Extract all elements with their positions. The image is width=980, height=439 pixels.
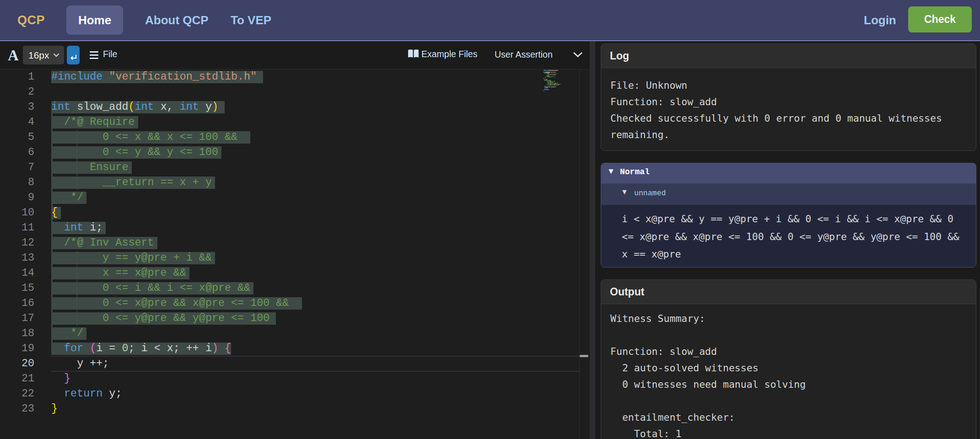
line-number: 22 xyxy=(0,386,34,402)
nav-item-home[interactable]: Home xyxy=(66,5,123,35)
code-line: 0 <= i && i <= x@pre && xyxy=(51,281,250,296)
font-size-value: 16px xyxy=(28,50,49,60)
collapse-triangle-icon: ▼ xyxy=(621,188,628,196)
witness-condition-text: i < x@pre && y == y@pre + i && 0 <= i &&… xyxy=(601,205,976,268)
line-number: 9 xyxy=(0,190,34,205)
unnamed-witness-row[interactable]: ▼ unnamed xyxy=(601,183,976,205)
line-number: 6 xyxy=(0,145,34,160)
editor-pane: A 16px File Example Files User Assertion xyxy=(0,41,589,439)
line-number: 15 xyxy=(0,281,34,296)
code-line: int slow_add(int x, int y) xyxy=(51,100,218,115)
log-card: Log File: Unknown Function: slow_add Che… xyxy=(601,43,976,151)
code-line: } xyxy=(51,402,58,417)
normal-section-header[interactable]: ▼ Normal xyxy=(601,163,976,183)
code-line: int i; xyxy=(51,220,102,236)
overview-ruler-border xyxy=(579,70,580,439)
output-card-text: Witness Summary: Function: slow_add 2 au… xyxy=(601,304,976,439)
code-line: __return == x + y xyxy=(51,175,212,190)
line-number: 13 xyxy=(0,251,34,266)
file-menu[interactable]: File xyxy=(90,47,98,64)
code-line: 0 <= y && y <= 100 xyxy=(51,145,218,160)
hamburger-icon xyxy=(90,51,98,61)
code-line: for (i = 0; i < x; ++ i) { xyxy=(51,341,231,356)
code-line: { xyxy=(51,205,58,220)
code-line: 0 <= y@pre && y@pre <= 100 xyxy=(51,311,269,326)
user-assertion-dropdown[interactable]: User Assertion xyxy=(495,49,553,60)
code-line: */ xyxy=(51,190,83,205)
minimap[interactable] xyxy=(544,70,579,96)
output-card: Output Witness Summary: Function: slow_a… xyxy=(601,279,976,439)
user-assertion-chevron-icon[interactable] xyxy=(573,51,583,59)
chevron-down-icon xyxy=(53,53,59,57)
font-size-select[interactable]: 16px xyxy=(23,46,64,64)
unnamed-witness-label: unnamed xyxy=(634,189,666,198)
code-line: } xyxy=(51,371,70,386)
collapse-triangle-icon: ▼ xyxy=(607,167,615,176)
check-button[interactable]: Check xyxy=(908,6,972,32)
code-line: /*@ Inv Assert xyxy=(51,236,154,251)
line-number: 11 xyxy=(0,220,34,236)
line-number: 17 xyxy=(0,311,34,326)
output-card-title: Output xyxy=(601,280,976,304)
log-card-title: Log xyxy=(601,44,976,68)
editor-toolbar: A 16px File Example Files User Assertion xyxy=(0,41,589,70)
login-link[interactable]: Login xyxy=(864,0,896,40)
line-number: 16 xyxy=(0,296,34,311)
code-line: x == x@pre && xyxy=(51,266,186,281)
book-icon xyxy=(408,49,419,59)
line-number: 10 xyxy=(0,205,34,220)
code-line: return y; xyxy=(51,386,122,402)
line-number: 3 xyxy=(0,100,34,115)
normal-section: ▼ Normal ▼ unnamed i < x@pre && y == y@p… xyxy=(601,163,976,268)
line-number: 19 xyxy=(0,341,34,356)
line-number: 23 xyxy=(0,402,34,417)
line-number: 14 xyxy=(0,266,34,281)
example-files-label: Example Files xyxy=(421,49,477,59)
code-line: 0 <= x@pre && x@pre <= 100 && xyxy=(51,296,295,311)
line-number: 12 xyxy=(0,236,34,251)
navbar: QCP Home About QCP To VEP Login Check xyxy=(0,0,980,41)
divider-grip-handle[interactable] xyxy=(580,355,588,357)
current-line-border xyxy=(51,371,579,372)
line-number: 4 xyxy=(0,115,34,130)
line-number: 5 xyxy=(0,130,34,145)
nav-item-about-qcp[interactable]: About QCP xyxy=(145,0,209,40)
return-arrow-icon xyxy=(69,53,78,62)
code-line: */ xyxy=(51,326,83,341)
line-number: 20 xyxy=(0,356,34,371)
line-number: 18 xyxy=(0,326,34,341)
main-area: A 16px File Example Files User Assertion xyxy=(0,41,980,439)
normal-section-label: Normal xyxy=(620,167,650,177)
word-wrap-button[interactable] xyxy=(67,46,80,64)
code-line: /*@ Require xyxy=(51,115,135,130)
split-divider[interactable] xyxy=(590,41,595,439)
line-number: 2 xyxy=(0,85,34,100)
code-editor[interactable]: 1234567891011121314151617181920212223 #i… xyxy=(0,70,589,439)
line-number: 8 xyxy=(0,175,34,190)
code-line: y == y@pre + i && xyxy=(51,251,212,266)
code-line: y ++; xyxy=(51,356,109,371)
font-size-icon: A xyxy=(8,47,19,64)
log-card-text: File: Unknown Function: slow_add Checked… xyxy=(601,68,976,143)
code-line: 0 <= x && x <= 100 && xyxy=(51,130,244,145)
line-number: 1 xyxy=(0,70,34,85)
line-number: 21 xyxy=(0,371,34,386)
code-line: #include "verification_stdlib.h" xyxy=(51,70,257,85)
nav-item-to-vep[interactable]: To VEP xyxy=(231,0,271,40)
results-panel: Log File: Unknown Function: slow_add Che… xyxy=(595,41,980,439)
line-number: 7 xyxy=(0,160,34,175)
file-menu-label: File xyxy=(103,49,117,59)
brand-logo: QCP xyxy=(17,0,45,40)
code-line: Ensure xyxy=(51,160,128,175)
